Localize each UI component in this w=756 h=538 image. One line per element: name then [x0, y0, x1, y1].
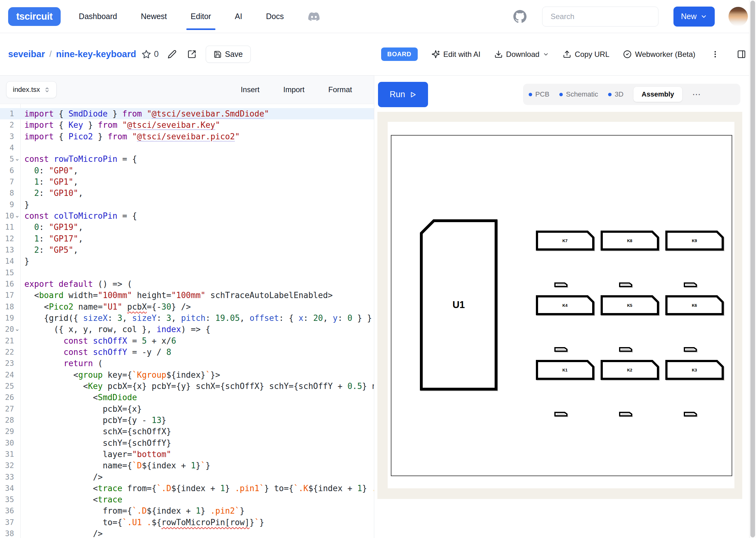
new-button[interactable]: New — [673, 7, 715, 27]
code-line[interactable]: 23 return ( — [0, 358, 374, 369]
fold-toggle-icon[interactable]: ⌄ — [15, 153, 20, 164]
assembly-diode[interactable] — [619, 283, 632, 287]
assembly-diode[interactable] — [554, 283, 567, 287]
toggle-panel-button[interactable] — [735, 48, 748, 61]
github-icon[interactable] — [513, 10, 527, 23]
code-line[interactable]: 17 <board width="100mm" height="100mm" s… — [0, 290, 374, 301]
assembly-diode[interactable] — [684, 412, 697, 416]
code-line[interactable]: 15 — [0, 267, 374, 278]
fold-toggle-icon[interactable]: ⌄ — [15, 210, 20, 221]
code-line[interactable]: 24 <group key={`Kgroup${index}`}> — [0, 369, 374, 381]
tabs-more-button[interactable]: ⋯ — [692, 91, 701, 97]
code-line[interactable]: 20⌄ ({ x, y, row, col }, index) => { — [0, 324, 374, 335]
assembly-diode[interactable] — [554, 412, 567, 416]
code-line[interactable]: 38 /> — [0, 528, 374, 538]
search-input[interactable] — [542, 7, 659, 27]
edit-with-ai-button[interactable]: Edit with AI — [432, 50, 481, 59]
nav-item-newest[interactable]: Newest — [141, 12, 167, 21]
code-line[interactable]: 30 schY={schOffY} — [0, 437, 374, 449]
tab-schematic[interactable]: Schematic — [559, 90, 598, 98]
code-line[interactable]: 18 <Pico2 name="U1" pcbX={-30} /> — [0, 301, 374, 312]
code-line[interactable]: 5⌄const rowToMicroPin = { — [0, 153, 374, 165]
code-line[interactable]: 16export default () => ( — [0, 278, 374, 290]
code-line[interactable]: 27 pcbX={x} — [0, 404, 374, 414]
rename-button[interactable] — [166, 48, 179, 61]
assembly-key-k1[interactable]: K1 — [536, 360, 594, 380]
assembly-diode[interactable] — [684, 283, 697, 287]
discord-icon[interactable] — [308, 11, 320, 22]
code-line[interactable]: 29 schX={schOffX} — [0, 426, 374, 437]
save-button[interactable]: Save — [206, 46, 251, 63]
code-line[interactable]: 14} — [0, 255, 374, 267]
menu-format[interactable]: Format — [328, 85, 352, 94]
code-line[interactable]: 1import { SmdDiode } from "@tsci/seveiba… — [0, 108, 374, 119]
assembly-diode[interactable] — [619, 412, 632, 416]
code-line[interactable]: 11 0: "GP19", — [0, 222, 374, 233]
run-button[interactable]: Run — [378, 82, 428, 107]
code-line[interactable]: 34 <trace from={`.D${index + 1} .pin1`} … — [0, 483, 374, 494]
code-line[interactable]: 4 — [0, 142, 374, 153]
assembly-diode[interactable] — [684, 347, 697, 352]
code-line[interactable]: 10⌄const colToMicroPin = { — [0, 210, 374, 222]
assembly-key-k6[interactable]: K6 — [665, 295, 724, 315]
code-line[interactable]: 21 const schOffX = 5 + x/6 — [0, 335, 374, 347]
app-logo[interactable]: tscircuit — [8, 7, 61, 26]
assembly-key-k8[interactable]: K8 — [601, 231, 659, 250]
fold-toggle-icon[interactable]: ⌄ — [15, 324, 20, 334]
breadcrumb-owner[interactable]: seveibar — [8, 49, 45, 59]
nav-item-dashboard[interactable]: Dashboard — [79, 12, 117, 21]
nav-item-editor[interactable]: Editor — [191, 12, 211, 21]
code-line[interactable]: 6 0: "GP0", — [0, 165, 374, 176]
assembly-key-k3[interactable]: K3 — [665, 360, 724, 380]
code-line[interactable]: 33 /> — [0, 471, 374, 483]
code-line[interactable]: 9} — [0, 199, 374, 210]
scrollbar-thumb[interactable] — [750, 1, 755, 537]
webworker-button[interactable]: Webworker (Beta) — [623, 50, 695, 59]
code-line[interactable]: 26 <SmdDiode — [0, 392, 374, 403]
menu-insert[interactable]: Insert — [241, 85, 260, 94]
avatar[interactable] — [728, 7, 748, 26]
copy-url-button[interactable]: Copy URL — [563, 50, 610, 59]
tab-assembly[interactable]: Assembly — [633, 87, 682, 102]
code-line[interactable]: 7 1: "GP1", — [0, 176, 374, 188]
assembly-diode[interactable] — [554, 347, 567, 352]
code-line[interactable]: 2import { Key } from "@tsci/seveibar.Key… — [0, 119, 374, 131]
code-line[interactable]: 35 <trace — [0, 494, 374, 505]
code-line[interactable]: 31 layer="bottom" — [0, 449, 374, 460]
nav-item-ai[interactable]: AI — [235, 12, 242, 21]
menu-import[interactable]: Import — [283, 85, 305, 94]
code-line[interactable]: 32 name={`D${index + 1}`} — [0, 460, 374, 471]
tab-3d[interactable]: 3D — [608, 90, 623, 98]
code-line[interactable]: 19 {grid({ sizeX: 3, sizeY: 3, pitch: 19… — [0, 312, 374, 324]
download-button[interactable]: Download — [494, 50, 549, 59]
code-line[interactable]: 12 1: "GP17", — [0, 233, 374, 244]
star-button[interactable]: 0 — [142, 49, 158, 59]
code-editor[interactable]: 1import { SmdDiode } from "@tsci/seveiba… — [0, 104, 374, 538]
board-badge[interactable]: BOARD — [381, 47, 418, 61]
assembly-canvas[interactable]: U1 K7K8K9K4K5K6K1K2K3 — [388, 122, 734, 488]
code-line[interactable]: 37 to={`.U1 .${rowToMicroPin[row]}`} — [0, 517, 374, 528]
assembly-component-u1[interactable]: U1 — [420, 219, 497, 391]
assembly-key-k2[interactable]: K2 — [601, 360, 659, 380]
nav-item-docs[interactable]: Docs — [266, 12, 284, 21]
breadcrumb-project[interactable]: nine-key-keyboard — [56, 49, 136, 59]
assembly-key-k9[interactable]: K9 — [665, 231, 724, 250]
code-line[interactable]: 36 from={`.D${index + 1} .pin2`} — [0, 505, 374, 516]
ellipsis-vertical-icon — [711, 50, 720, 58]
code-line[interactable]: 22 const schOffY = -y / 8 — [0, 347, 374, 358]
code-line[interactable]: 13 2: "GP5", — [0, 244, 374, 255]
line-number: 10 — [0, 210, 14, 222]
open-external-button[interactable] — [185, 48, 198, 61]
assembly-key-k5[interactable]: K5 — [601, 295, 659, 315]
code-line[interactable]: 8 2: "GP10", — [0, 188, 374, 199]
page-scrollbar[interactable] — [749, 0, 756, 538]
assembly-key-k7[interactable]: K7 — [536, 231, 594, 250]
more-options-button[interactable] — [709, 48, 721, 60]
tab-pcb[interactable]: PCB — [529, 90, 549, 98]
assembly-key-k4[interactable]: K4 — [536, 295, 594, 315]
code-line[interactable]: 28 pcbY={y - 13} — [0, 414, 374, 426]
code-line[interactable]: 25 <Key pcbX={x} pcbY={y} schX={schOffX}… — [0, 381, 374, 392]
code-line[interactable]: 3import { Pico2 } from "@tsci/seveibar.p… — [0, 131, 374, 142]
assembly-diode[interactable] — [619, 347, 632, 352]
file-select[interactable]: index.tsx — [6, 81, 57, 98]
